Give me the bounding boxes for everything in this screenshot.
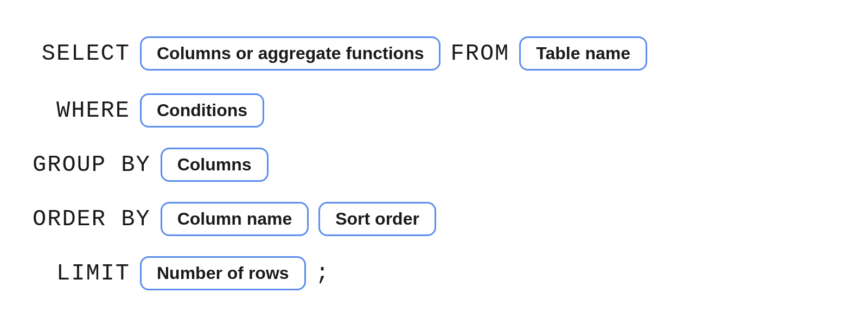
conditions-pill[interactable]: Conditions	[140, 93, 264, 128]
column-name-pill[interactable]: Column name	[161, 202, 309, 236]
group-keyword: GROUP BY	[33, 152, 151, 178]
sql-diagram: SELECT Columns or aggregate functions FR…	[33, 24, 647, 301]
groupby-row: GROUP BY Columns	[33, 138, 647, 192]
table-name-pill[interactable]: Table name	[519, 36, 647, 71]
limit-row: LIMIT Number of rows ;	[33, 246, 647, 301]
number-of-rows-pill[interactable]: Number of rows	[140, 256, 306, 290]
select-row: SELECT Columns or aggregate functions FR…	[33, 24, 647, 84]
order-keyword: ORDER BY	[33, 206, 151, 232]
sort-order-pill[interactable]: Sort order	[318, 202, 436, 236]
columns-aggregate-pill[interactable]: Columns or aggregate functions	[140, 36, 441, 71]
semicolon: ;	[316, 261, 329, 287]
where-row: WHERE Conditions	[33, 84, 647, 138]
where-keyword: WHERE	[33, 98, 130, 124]
groupby-columns-pill[interactable]: Columns	[161, 148, 269, 182]
select-keyword: SELECT	[33, 41, 130, 67]
from-keyword: FROM	[450, 41, 509, 67]
orderby-row: ORDER BY Column name Sort order	[33, 192, 647, 246]
limit-keyword: LIMIT	[33, 261, 130, 287]
